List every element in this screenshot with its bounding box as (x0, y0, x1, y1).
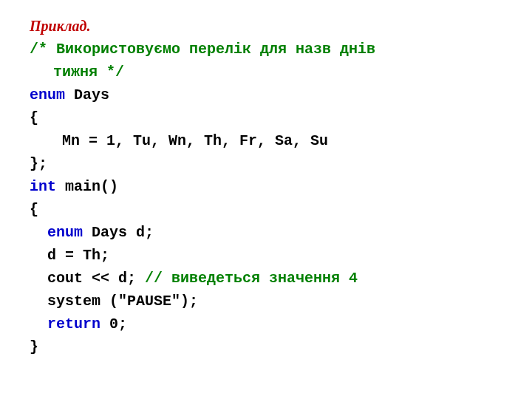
enum-name: Days (65, 86, 109, 103)
pause-line: system ("PAUSE"); (30, 290, 502, 313)
assign-line: d = Th; (30, 244, 502, 267)
comment-line-1b: тижня */ (30, 61, 502, 83)
enum-decl-line: enum Days (30, 83, 502, 106)
return-rest: 0; (100, 316, 127, 332)
inline-comment: // виведеться значення 4 (145, 270, 358, 287)
cout-pre: cout << d; (47, 270, 145, 287)
local-decl-line: enum Days d; (30, 221, 502, 244)
main-decl-line: int main() (30, 175, 502, 198)
keyword-return: return (47, 316, 100, 332)
keyword-int: int (30, 178, 56, 195)
keyword-enum-2: enum (47, 224, 83, 241)
brace-close-2: } (30, 335, 502, 358)
brace-open-1: { (30, 106, 502, 129)
code-slide: Приклад. /* Використовуємо перелік для н… (0, 0, 502, 358)
local-decl: Days d; (83, 224, 154, 241)
brace-open-2: { (30, 198, 502, 221)
enum-body: Mn = 1, Tu, Wn, Th, Fr, Sa, Su (30, 129, 502, 152)
comment-line-1: /* Використовуємо перелік для назв днів (30, 38, 502, 61)
main-sig: main() (56, 178, 118, 195)
return-line: return 0; (30, 313, 502, 335)
brace-close-1: }; (30, 152, 502, 175)
keyword-enum: enum (30, 86, 65, 103)
cout-line: cout << d; // виведеться значення 4 (30, 267, 502, 290)
example-title: Приклад. (30, 15, 502, 38)
